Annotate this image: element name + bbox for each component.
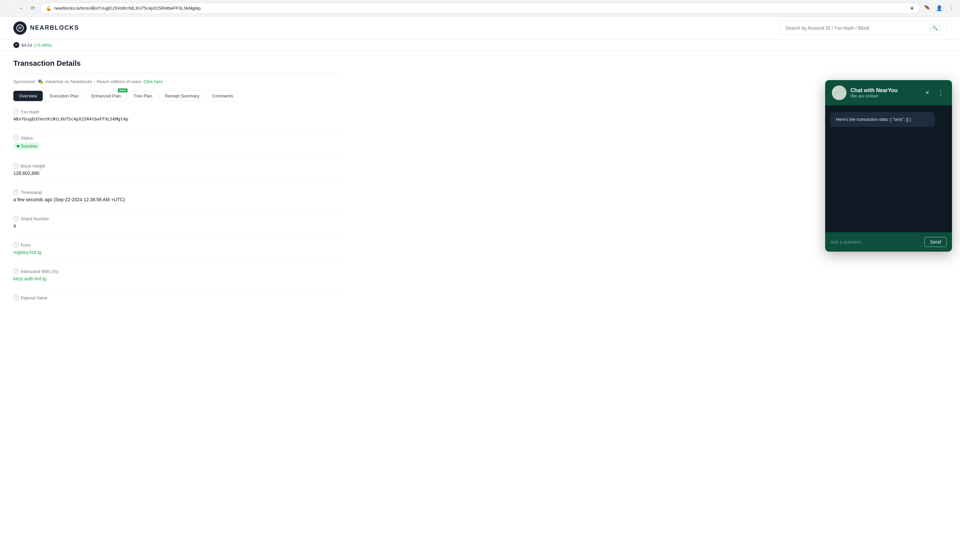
search-icon: 🔍: [932, 26, 938, 30]
block-height-label: Block Height: [21, 163, 45, 168]
tab-receipt-summary[interactable]: Receipt Summary: [159, 91, 205, 101]
shard-info-icon[interactable]: ?: [13, 216, 19, 221]
forward-button[interactable]: →: [16, 4, 26, 13]
chat-header: Chat with NearYou We are online! × ⋮: [825, 80, 952, 106]
chat-message: Here's the transaction data: { "txns": […: [830, 112, 935, 127]
txn-hash-info-icon[interactable]: ?: [13, 109, 19, 114]
search-area: 🔍: [780, 21, 947, 35]
shard-section: ? Shard Number 4: [13, 216, 341, 235]
deposit-info-icon[interactable]: ?: [13, 295, 19, 300]
status-text: Success: [21, 144, 37, 149]
url-text: nearblocks.io/txns/4BxYUugEUSVotKcNtLXU7…: [54, 6, 907, 11]
shard-value: 4: [13, 223, 341, 229]
from-label-row: ? From: [13, 242, 341, 248]
timestamp-info-icon[interactable]: ?: [13, 190, 19, 195]
txn-hash-section: ? Txn Hash 4BxYUugEUSVotKcNtLXU75c4pX2SR…: [13, 109, 341, 128]
near-icon: [13, 42, 19, 48]
logo-text: NEARBLOCKS: [30, 24, 79, 31]
sponsored-label: Sponsored:: [13, 79, 36, 84]
logo-icon: [13, 21, 27, 35]
extensions-button[interactable]: 🪶: [923, 4, 932, 13]
block-height-label-row: ? Block Height: [13, 163, 341, 168]
timestamp-value: a few seconds ago (Sep-22-2024 12:36:56 …: [13, 197, 341, 202]
address-bar: 🔒 nearblocks.io/txns/4BxYUugEUSVotKcNtLX…: [40, 3, 920, 14]
block-height-section: ? Block Height 128,602,890: [13, 163, 341, 183]
site-header: NEARBLOCKS 🔍: [0, 17, 960, 39]
chat-input[interactable]: [830, 239, 920, 245]
profile-button[interactable]: 👤: [934, 4, 944, 13]
page-title: Transaction Details: [13, 59, 341, 68]
chat-body: Here's the transaction data: { "txns": […: [825, 106, 952, 232]
tabs-bar: Overview Execution Plan Enhanced Plan NE…: [13, 91, 341, 101]
search-input[interactable]: [786, 26, 926, 31]
txn-hash-label: Txn Hash: [21, 109, 39, 114]
logo-area: NEARBLOCKS: [13, 21, 79, 35]
sponsored-reach: : Reach millions of users: [94, 79, 142, 84]
sponsored-icon: 🎭: [38, 79, 43, 84]
from-section: ? From registry.hot.tg: [13, 242, 341, 262]
deposit-label: Deposit Value: [21, 295, 47, 300]
status-label-row: ? Status: [13, 135, 341, 141]
search-button[interactable]: 🔍: [929, 24, 941, 32]
block-height-info-icon[interactable]: ?: [13, 163, 19, 168]
timestamp-section: ? Timestamp a few seconds ago (Sep-22-20…: [13, 190, 341, 209]
chat-close-button[interactable]: ×: [923, 88, 932, 98]
shard-label: Shard Number: [21, 216, 49, 221]
sponsored-link[interactable]: Click here: [144, 79, 163, 84]
deposit-label-row: ? Deposit Value: [13, 295, 341, 300]
interacted-with-section: ? Interacted With (To) keys.auth.hot.tg: [13, 269, 341, 288]
status-value: Success: [13, 142, 341, 149]
chat-header-status: We are online!: [851, 93, 918, 98]
status-section: ? Status Success: [13, 135, 341, 157]
chat-header-name: Chat with NearYou: [851, 88, 918, 93]
divider: [13, 73, 341, 74]
new-badge: NEW: [118, 88, 128, 93]
browser-chrome: ← → ⟳ 🔒 nearblocks.io/txns/4BxYUugEUSVot…: [0, 0, 960, 17]
sponsored-bar: Sponsored: 🎭 Advertise on Nearblocks : R…: [13, 79, 341, 84]
transaction-details: ? Txn Hash 4BxYUugEUSVotKcNtLXU75c4pX2SR…: [13, 109, 341, 309]
status-info-icon[interactable]: ?: [13, 135, 19, 141]
tab-tree-plan[interactable]: Tree Plan: [128, 91, 158, 101]
chrome-menu-button[interactable]: ⋮: [947, 4, 956, 13]
txn-hash-value: 4BxYUugEUSVotKcNtLXU75c4pX2SR4tbeFFXLSkM…: [13, 117, 341, 122]
chat-send-button[interactable]: Send: [924, 237, 947, 247]
tab-overview[interactable]: Overview: [13, 91, 43, 101]
reload-button[interactable]: ⟳: [28, 4, 37, 13]
main-content: Transaction Details Sponsored: 🎭 Adverti…: [0, 51, 354, 324]
near-price: $4.63: [21, 43, 32, 48]
lock-icon: 🔒: [46, 6, 51, 11]
timestamp-label-row: ? Timestamp: [13, 190, 341, 195]
status-dot: [17, 145, 19, 147]
from-value[interactable]: registry.hot.tg: [13, 250, 42, 255]
tab-comments[interactable]: Comments: [206, 91, 238, 101]
status-label: Status: [21, 136, 33, 141]
sponsored-message: Advertise on Nearblocks: [45, 79, 93, 84]
price-bar: $4.63 (+5.46%): [0, 39, 960, 51]
chat-header-info: Chat with NearYou We are online!: [851, 88, 918, 98]
interacted-with-label: Interacted With (To): [21, 269, 58, 274]
from-info-icon[interactable]: ?: [13, 242, 19, 248]
block-height-value: 128,602,890: [13, 171, 341, 176]
tab-enhanced-plan[interactable]: Enhanced Plan NEW: [86, 91, 126, 101]
interacted-with-label-row: ? Interacted With (To): [13, 269, 341, 274]
shard-label-row: ? Shard Number: [13, 216, 341, 221]
price-change: (+5.46%): [34, 43, 52, 48]
interacted-with-info-icon[interactable]: ?: [13, 269, 19, 274]
star-icon[interactable]: ★: [910, 5, 914, 11]
from-label: From: [21, 243, 31, 248]
deposit-section: ? Deposit Value: [13, 295, 341, 309]
txn-hash-label-row: ? Txn Hash: [13, 109, 341, 114]
chat-input-area: Send: [825, 232, 952, 252]
chat-widget: Chat with NearYou We are online! × ⋮ Her…: [825, 80, 952, 252]
interacted-with-value[interactable]: keys.auth.hot.tg: [13, 276, 46, 282]
status-badge: Success: [13, 142, 40, 149]
tab-execution-plan[interactable]: Execution Plan: [44, 91, 85, 101]
timestamp-label: Timestamp: [21, 190, 42, 195]
back-button[interactable]: ←: [4, 4, 13, 13]
chat-menu-button[interactable]: ⋮: [936, 88, 945, 98]
chat-avatar: [832, 85, 846, 100]
